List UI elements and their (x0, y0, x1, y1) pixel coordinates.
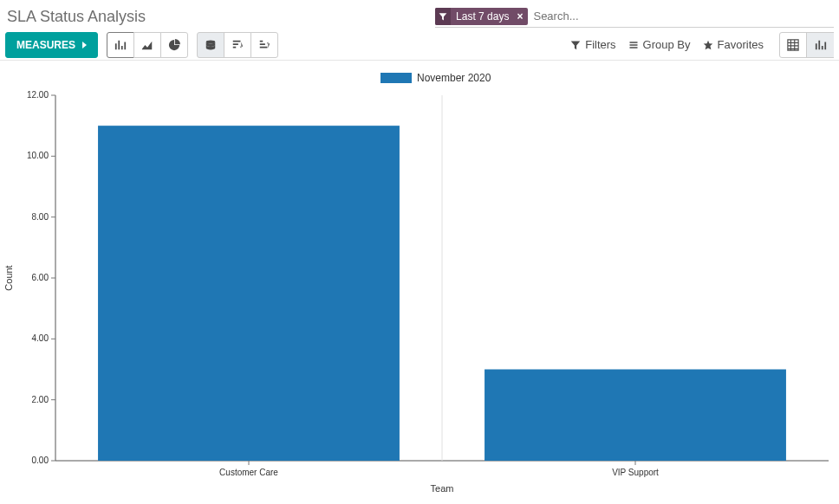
sort-desc-icon[interactable] (224, 32, 251, 58)
search-facet[interactable]: Last 7 days × (435, 8, 528, 25)
favorites-button[interactable]: Favorites (703, 38, 764, 51)
y-tick-label: 12.00 (27, 90, 49, 100)
y-tick-label: 4.00 (32, 333, 49, 343)
measures-button[interactable]: Measures (5, 32, 98, 58)
bar-chart: November 20200.002.004.006.008.0010.0012… (0, 61, 839, 502)
y-tick-label: 0.00 (32, 456, 49, 465)
x-tick-label: VIP Support (612, 468, 659, 477)
view-switcher (779, 32, 834, 58)
filters-button[interactable]: Filters (570, 38, 615, 51)
graph-view-icon[interactable] (806, 32, 834, 58)
pie-chart-icon[interactable] (160, 32, 188, 58)
list-icon (628, 40, 639, 50)
y-tick-label: 8.00 (32, 212, 49, 222)
search-input[interactable] (528, 8, 834, 24)
close-icon[interactable]: × (514, 10, 528, 23)
stacked-icon[interactable] (197, 32, 224, 58)
bar-chart-icon[interactable] (107, 32, 134, 58)
y-tick-label: 10.00 (27, 151, 49, 160)
bar-customer-care[interactable] (98, 126, 400, 461)
pivot-view-icon[interactable] (779, 32, 807, 58)
svg-point-0 (206, 40, 216, 43)
bar-vip-support[interactable] (485, 370, 786, 462)
chart-opts-group (197, 32, 278, 58)
sort-asc-icon[interactable] (250, 32, 278, 58)
y-axis-label: Count (3, 265, 14, 290)
chart-area: November 20200.002.004.006.008.0010.0012… (0, 61, 839, 502)
favorites-label: Favorites (718, 38, 764, 51)
caret-right-icon (82, 42, 87, 48)
y-tick-label: 6.00 (32, 273, 49, 282)
filters-label: Filters (585, 38, 615, 51)
star-icon (703, 40, 713, 50)
x-axis-label: Team (431, 483, 454, 494)
funnel-icon (570, 40, 581, 50)
search-bar[interactable]: Last 7 days × (435, 5, 834, 28)
search-facet-label: Last 7 days (451, 10, 514, 23)
line-chart-icon[interactable] (133, 32, 161, 58)
funnel-icon (435, 8, 451, 25)
measures-label: Measures (16, 39, 75, 51)
chart-type-group (107, 32, 188, 58)
legend-label: November 2020 (417, 72, 491, 84)
page-title: SLA Status Analysis (5, 8, 146, 26)
groupby-label: Group By (643, 38, 691, 51)
legend-swatch (380, 73, 412, 83)
y-tick-label: 2.00 (32, 395, 49, 404)
x-tick-label: Customer Care (219, 468, 278, 477)
groupby-button[interactable]: Group By (628, 38, 691, 51)
